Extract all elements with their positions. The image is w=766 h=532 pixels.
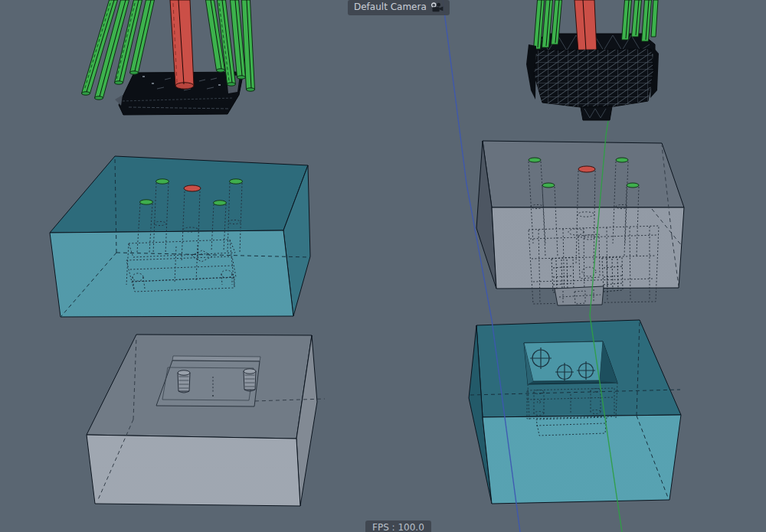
scene-canvas[interactable]: [0, 0, 766, 532]
box-front-face: [87, 435, 300, 506]
fps-label: FPS : 100.0: [372, 522, 424, 532]
camera-label-badge[interactable]: Default Camera: [348, 0, 450, 15]
box-top-face: [50, 156, 308, 233]
bottom-clamp-tab: [555, 286, 604, 305]
teal-mold-half-bottom-right[interactable]: [469, 320, 681, 504]
ejector-pin-assembly[interactable]: [82, 0, 255, 115]
teal-mold-half-middle-left[interactable]: [50, 156, 310, 317]
video-camera-icon: [430, 2, 444, 13]
gray-mold-half-middle-right[interactable]: [476, 141, 684, 305]
meshed-core-block[interactable]: [526, 0, 659, 120]
box-front-face: [483, 415, 681, 504]
box-front-face: [50, 230, 293, 317]
gray-mold-half-bottom-left[interactable]: [87, 335, 325, 506]
open-pocket: [524, 341, 617, 384]
block-mesh: [534, 49, 653, 107]
camera-label: Default Camera: [354, 2, 427, 13]
3d-viewport[interactable]: Default Camera FPS : 100.0: [0, 0, 766, 532]
box-top-face: [483, 141, 684, 207]
fps-badge: FPS : 100.0: [365, 521, 431, 532]
block-bottom-tab: [581, 106, 612, 120]
